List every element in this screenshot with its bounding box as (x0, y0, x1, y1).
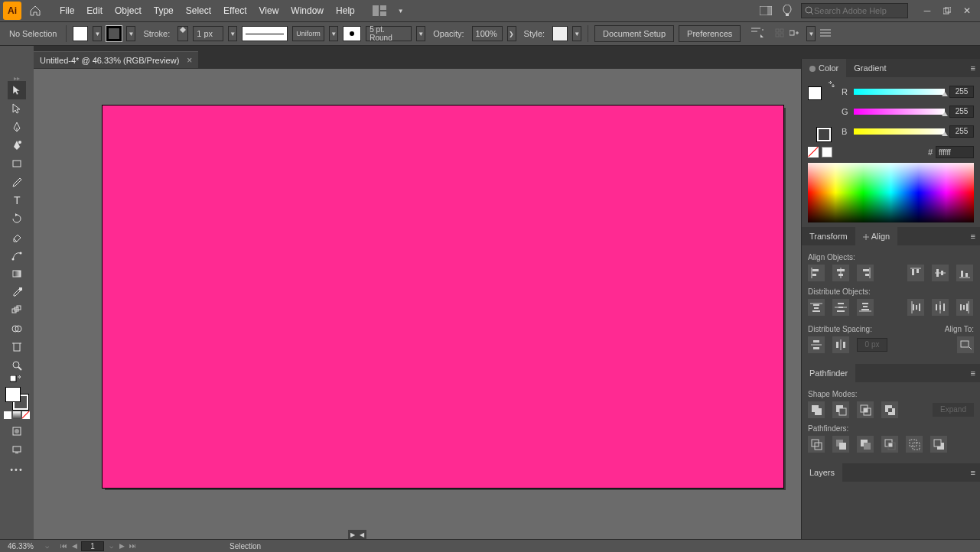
b-slider[interactable] (854, 128, 945, 135)
paintbrush-tool[interactable] (8, 173, 26, 191)
align-left-icon[interactable] (808, 265, 825, 281)
type-tool[interactable]: T (8, 191, 26, 209)
draw-mode-icon[interactable] (8, 422, 26, 440)
none-color-icon[interactable] (808, 147, 819, 157)
color-tab[interactable]: Color (802, 59, 846, 77)
scroll-right-icon[interactable]: ◀ (357, 530, 366, 539)
fill-stroke-proxy[interactable] (5, 387, 28, 410)
transform-tab[interactable]: Transform (802, 227, 855, 245)
g-value[interactable]: 255 (949, 106, 974, 118)
search-box[interactable] (801, 3, 908, 18)
zoom-tool[interactable] (8, 356, 26, 375)
stroke-stepper[interactable] (177, 26, 188, 41)
menu-file[interactable]: File (54, 0, 80, 21)
none-mode[interactable] (22, 411, 30, 419)
spacing-value[interactable]: 0 px (857, 338, 887, 352)
home-button[interactable] (26, 2, 44, 20)
next-page-icon[interactable]: ▶ (116, 541, 127, 551)
unite-icon[interactable] (808, 401, 825, 418)
outline-icon[interactable] (906, 436, 923, 453)
crop-icon[interactable] (881, 436, 898, 453)
search-input[interactable] (814, 6, 898, 15)
stroke-swatch[interactable] (106, 26, 122, 41)
toolbar-expand-icon[interactable]: ▸▸ (14, 75, 20, 81)
brush-dropdown[interactable]: ▼ (416, 26, 425, 41)
gradient-tool[interactable] (8, 265, 26, 283)
r-value[interactable]: 255 (949, 86, 974, 98)
artboard-number[interactable]: 1 (81, 541, 104, 551)
align-flyout-icon[interactable] (750, 27, 765, 41)
minus-back-icon[interactable] (930, 436, 947, 453)
expand-button[interactable]: Expand (933, 403, 974, 417)
fill-swatch[interactable] (73, 26, 88, 41)
canvas-area[interactable] (34, 69, 801, 540)
preferences-button[interactable]: Preferences (679, 25, 741, 42)
last-page-icon[interactable]: ⏭ (127, 541, 138, 551)
gradient-tab[interactable]: Gradient (846, 59, 894, 77)
stroke-profile-preview[interactable] (242, 26, 288, 41)
merge-icon[interactable] (857, 436, 874, 453)
b-value[interactable]: 255 (949, 125, 974, 138)
hdist-left-icon[interactable] (907, 299, 924, 316)
artboard-tool[interactable] (8, 338, 26, 356)
menu-object[interactable]: Object (109, 0, 148, 21)
intersect-icon[interactable] (857, 401, 874, 418)
color-proxy[interactable] (808, 82, 831, 141)
layers-tab[interactable]: Layers (802, 463, 842, 482)
shape-builder-tool[interactable] (8, 320, 26, 338)
panel-menu-icon[interactable] (820, 29, 831, 38)
pathfinder-panel-menu-icon[interactable]: ≡ (966, 369, 980, 378)
style-swatch[interactable] (552, 26, 568, 41)
align-bottom-icon[interactable] (956, 265, 973, 281)
menu-window[interactable]: Window (285, 0, 330, 21)
layers-panel-menu-icon[interactable]: ≡ (966, 468, 980, 477)
stroke-weight-dropdown[interactable]: ▼ (228, 26, 237, 41)
arrange-dropdown[interactable]: ▼ (392, 2, 410, 20)
exclude-icon[interactable] (881, 401, 898, 418)
maximize-button[interactable] (940, 4, 954, 18)
rectangle-tool[interactable] (8, 154, 26, 173)
edit-toolbar-icon[interactable]: ••• (10, 465, 24, 474)
panel-fill-swatch[interactable] (808, 86, 822, 100)
align-vcenter-icon[interactable] (932, 265, 949, 281)
menu-type[interactable]: Type (148, 0, 180, 21)
pathfinder-tab[interactable]: Pathfinder (802, 364, 855, 382)
stroke-weight-field[interactable]: 1 px (193, 26, 223, 41)
arrange-documents-button[interactable] (370, 2, 389, 20)
minimize-button[interactable]: ─ (920, 4, 934, 18)
eyedropper-tool[interactable] (8, 283, 26, 301)
divide-icon[interactable] (808, 436, 825, 453)
fill-proxy[interactable] (5, 387, 21, 402)
isolate-icon[interactable] (774, 28, 785, 40)
opacity-field[interactable]: 100% (472, 26, 503, 41)
g-slider[interactable] (854, 109, 945, 115)
prev-page-icon[interactable]: ◀ (69, 541, 80, 551)
menu-edit[interactable]: Edit (80, 0, 109, 21)
close-button[interactable]: ✕ (960, 4, 974, 18)
solid-mode[interactable] (4, 411, 11, 419)
curvature-tool[interactable] (8, 136, 26, 154)
panel-stroke-swatch[interactable] (817, 128, 831, 141)
screen-mode-icon[interactable] (8, 440, 26, 459)
hdist-center-icon[interactable] (932, 299, 949, 316)
edit-similar-icon[interactable] (790, 28, 802, 40)
document-tab[interactable]: Untitled-4* @ 46.33% (RGB/Preview) × (34, 51, 198, 68)
white-color-icon[interactable] (822, 147, 832, 157)
r-slider[interactable] (854, 89, 945, 95)
fill-dropdown[interactable]: ▼ (93, 26, 102, 41)
eraser-tool[interactable] (8, 228, 26, 246)
zoom-level[interactable]: 46.33% (3, 542, 41, 550)
align-hcenter-icon[interactable] (832, 265, 849, 281)
menu-effect[interactable]: Effect (217, 0, 252, 21)
hspace-icon[interactable] (832, 336, 849, 353)
style-dropdown[interactable]: ▼ (572, 26, 581, 41)
artboard[interactable] (103, 106, 783, 488)
scale-tool[interactable] (8, 246, 26, 265)
workspace-switcher[interactable] (757, 2, 775, 20)
brush-preview[interactable] (343, 26, 361, 41)
zoom-dropdown[interactable]: ⌵ (41, 541, 52, 551)
align-to-button[interactable] (957, 336, 974, 353)
trim-icon[interactable] (832, 436, 849, 453)
vdist-top-icon[interactable] (808, 299, 825, 316)
align-top-icon[interactable] (907, 265, 924, 281)
